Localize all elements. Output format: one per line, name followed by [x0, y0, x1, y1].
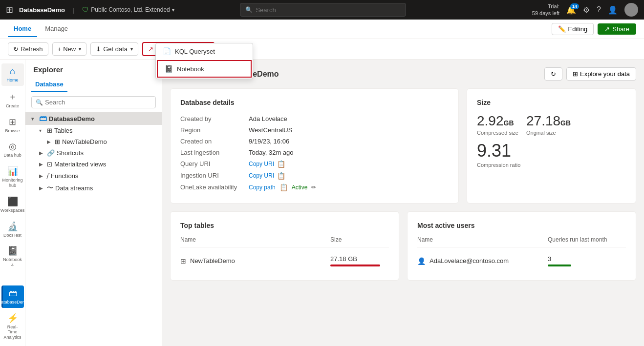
tree-expand-arrow[interactable]: ▾: [31, 116, 37, 122]
sidebar-item-realtime[interactable]: ⚡ Real-Time Analytics: [1, 310, 24, 343]
created-by-value: Ada Lovelace: [249, 113, 449, 124]
sidebar-item-docstest[interactable]: 🔬 DocsTest: [1, 218, 24, 241]
kql-icon: 📄: [163, 47, 171, 55]
ingestion-uri-label: Ingestion URI: [180, 170, 249, 182]
user-row[interactable]: 👤 AdaLovelace@contoso.com 3: [417, 251, 626, 270]
docstest-icon: 🔬: [7, 221, 18, 232]
avatar[interactable]: [624, 3, 638, 17]
workspace-selector[interactable]: 🛡 Public Contoso, Ltd. Extended ▾: [82, 6, 174, 14]
get-data-button[interactable]: ⬇ Get data ▾: [90, 42, 138, 56]
last-ingestion-value: Today, 32m ago: [249, 147, 449, 158]
tree-item-tables[interactable]: ▾ ⊞ Tables: [25, 125, 162, 136]
query-uri-copy-icon[interactable]: 📋: [277, 160, 285, 168]
tree-item-newtabledemo[interactable]: ▶ ⊞ NewTableDemo: [25, 136, 162, 147]
tree-item-materialized-views[interactable]: ▶ ⊡ Materialized views: [25, 159, 162, 170]
search-bar[interactable]: 🔍: [240, 3, 406, 17]
sidebar-item-notebook4[interactable]: 📓 Notebook 4: [1, 243, 24, 271]
sidebar-item-monitoring[interactable]: 📊 Monitoring hub: [1, 163, 24, 191]
share-button[interactable]: ↗ Share: [598, 23, 636, 35]
onelake-copy-icon[interactable]: 📋: [279, 183, 288, 191]
edit-onelake-icon[interactable]: ✏: [311, 184, 316, 191]
created-on-row: Created on 9/19/23, 16:06: [180, 136, 449, 147]
notebook-item[interactable]: 📓 Notebook: [157, 60, 252, 78]
tabbar-actions: ✏️ Editing ↗ Share: [552, 23, 636, 35]
workspace-chevron[interactable]: ▾: [172, 7, 174, 13]
sidebar-item-create[interactable]: ＋ Create: [1, 88, 24, 112]
toolbar: ↻ Refresh + New ▾ ⬇ Get data ▾ ↗ New rel…: [0, 39, 644, 60]
ingestion-uri-copy-icon[interactable]: 📋: [277, 172, 285, 180]
size-card: Size 2.92GB Compressed size 27.18GB Orig…: [467, 88, 636, 204]
details-card-title: Database details: [180, 99, 449, 106]
functions-expand[interactable]: ▶: [39, 173, 45, 179]
created-on-value: 9/19/23, 16:06: [249, 136, 449, 147]
original-size-value: 27.18GB: [526, 113, 571, 129]
users-header: Name Queries run last month: [417, 236, 626, 247]
tree: ▾ 🗃 DatabaseDemo ▾ ⊞ Tables ▶ ⊞ NewTable…: [25, 112, 162, 194]
explorer-search[interactable]: 🔍: [31, 96, 156, 108]
settings-icon[interactable]: ⚙: [583, 5, 590, 15]
topbar-right: Trial: 59 days left 🔔 14 ⚙ ? 👤: [532, 3, 638, 17]
tree-item-data-streams[interactable]: ▶ 〜 Data streams: [25, 182, 162, 194]
notebook4-icon: 📓: [7, 245, 18, 256]
trial-info: Trial: 59 days left: [532, 3, 559, 17]
new-button[interactable]: + New ▾: [52, 42, 87, 56]
sidebar-item-databasedemo[interactable]: 🗃 DatabaseDemo: [1, 285, 24, 308]
explore-data-button[interactable]: ⊞ Explore your data: [566, 67, 636, 81]
sidebar-item-browse[interactable]: ⊞ Browse: [1, 114, 24, 137]
tabbar: Home Manage ✏️ Editing ↗ Share: [0, 20, 644, 39]
original-size-block: 27.18GB Original size: [526, 113, 571, 136]
tree-item-databasedemo[interactable]: ▾ 🗃 DatabaseDemo: [25, 112, 162, 125]
mat-views-expand[interactable]: ▶: [39, 162, 45, 167]
ingestion-uri-row: Ingestion URI Copy URI 📋: [180, 170, 449, 182]
sidebar-item-datahub[interactable]: ◎ Data hub: [1, 138, 24, 161]
refresh-button[interactable]: ↻ Refresh: [8, 42, 48, 56]
streams-icon: 〜: [47, 183, 53, 192]
explorer-search-icon: 🔍: [36, 99, 43, 106]
newtable-expand[interactable]: ▶: [47, 139, 53, 144]
tree-item-shortcuts[interactable]: ▶ 🔗 Shortcuts: [25, 147, 162, 159]
tables-label: Tables: [54, 127, 156, 134]
notebook-label: Notebook: [177, 65, 204, 73]
explorer-search-input[interactable]: [45, 99, 151, 106]
query-uri-label: Query URI: [180, 158, 249, 170]
help-icon[interactable]: ?: [597, 5, 601, 14]
tables-expand[interactable]: ▾: [39, 128, 45, 133]
grid-icon[interactable]: ⊞: [6, 4, 13, 15]
edit-icon: ✏️: [558, 25, 566, 33]
users-col-queries: Queries run last month: [548, 236, 626, 243]
copy-query-uri-button[interactable]: Copy URI: [249, 161, 274, 167]
kql-label: KQL Queryset: [175, 48, 215, 55]
content-area: 🗃 Database: DatabaseDemo ↻ ⊞ Explore you…: [162, 60, 644, 346]
table-row[interactable]: ⊞ NewTableDemo 27.18 GB: [180, 251, 389, 270]
kql-queryset-item[interactable]: 📄 KQL Queryset: [156, 43, 253, 59]
functions-label: Functions: [51, 172, 156, 180]
mat-views-icon: ⊡: [47, 161, 52, 168]
shortcuts-expand[interactable]: ▶: [39, 150, 45, 156]
people-icon[interactable]: 👤: [608, 5, 618, 15]
copy-ingestion-uri-button[interactable]: Copy URI: [249, 172, 274, 179]
databasedemo-sidebar-icon: 🗃: [9, 288, 18, 299]
copy-path-button[interactable]: Copy path: [249, 184, 276, 191]
topbar-divider: |: [73, 6, 74, 14]
onelake-value: Copy path 📋 Active ✏: [249, 182, 449, 193]
realtime-icon: ⚡: [7, 313, 18, 324]
table-row-icon: ⊞: [180, 257, 186, 265]
notification-button[interactable]: 🔔 14: [566, 5, 576, 15]
created-by-row: Created by Ada Lovelace: [180, 113, 449, 124]
tab-manage[interactable]: Manage: [39, 21, 74, 37]
top-tables-header: Name Size: [180, 236, 389, 247]
app-name: DatabaseDemo: [19, 6, 65, 14]
editing-button[interactable]: ✏️ Editing: [552, 23, 594, 35]
sidebar-item-home[interactable]: ⌂ Home: [1, 63, 24, 86]
tree-item-functions[interactable]: ▶ 𝑓 Functions: [25, 170, 162, 182]
browse-icon: ⊞: [9, 117, 16, 127]
plus-icon: +: [58, 45, 62, 53]
explorer-tab-database[interactable]: Database: [31, 78, 67, 92]
functions-icon: 𝑓: [47, 172, 49, 180]
refresh-content-button[interactable]: ↻: [544, 67, 562, 81]
sidebar-item-workspaces[interactable]: ⬛ Workspaces: [1, 193, 24, 216]
tab-home[interactable]: Home: [8, 21, 37, 37]
search-input[interactable]: [256, 6, 401, 14]
streams-expand[interactable]: ▶: [39, 185, 45, 191]
query-uri-value: Copy URI 📋: [249, 158, 449, 170]
